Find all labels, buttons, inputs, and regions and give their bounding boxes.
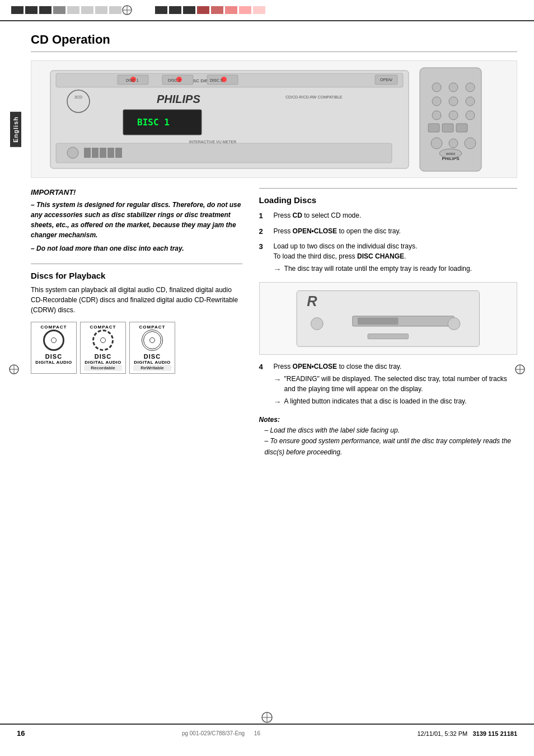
important-text: – This system is designed for regular di… — [31, 200, 242, 253]
disc-cdrw-hole — [149, 337, 155, 343]
svg-point-37 — [466, 97, 475, 106]
doc-id-text: pg 001-029/C788/37-Eng — [182, 730, 245, 736]
disc-cdr-circle — [92, 330, 114, 351]
step-1-number: 1 — [259, 210, 268, 222]
loading-discs-title: Loading Discs — [259, 195, 517, 205]
svg-text:woox: woox — [445, 152, 455, 156]
step-3: 3 Load up to two discs on the individual… — [259, 241, 517, 275]
important-point-2: – Do not load more than one disc into ea… — [31, 243, 242, 253]
arrow-icon-4b: → — [274, 396, 282, 408]
svg-rect-30 — [115, 148, 122, 158]
left-margin-crosshair — [8, 364, 20, 377]
disc-cd-top-label: COMPACT — [35, 325, 73, 330]
svg-point-33 — [449, 83, 458, 92]
svg-text:PHILIPS: PHILIPS — [157, 93, 200, 105]
bar-block-r6 — [225, 6, 237, 14]
bar-block-4 — [53, 6, 65, 14]
important-title: IMPORTANT! — [31, 188, 242, 196]
disc-icon-cdr: COMPACT disc DIGITAL AUDIO Recordable — [80, 322, 126, 374]
left-column: IMPORTANT! – This system is designed for… — [31, 188, 242, 458]
top-bar-left-blocks — [11, 6, 121, 14]
svg-rect-42 — [442, 124, 453, 132]
svg-rect-29 — [107, 148, 114, 158]
top-decorative-bar — [0, 0, 534, 21]
right-margin-crosshair-icon — [514, 364, 526, 375]
disc-icon-cdrw: COMPACT disc DIGITAL AUDIO ReWritable — [129, 322, 175, 374]
bar-block-r7 — [239, 6, 251, 14]
step-4-arrow-2: → A lighted button indicates that a disc… — [274, 396, 517, 408]
step-4-open-close-label: OPEN•CLOSE — [293, 363, 338, 370]
notes-title: Notes: — [259, 416, 280, 424]
note-2: – To ensure good system performance, wai… — [265, 436, 517, 457]
svg-point-54 — [311, 317, 323, 330]
important-section: IMPORTANT! – This system is designed for… — [31, 188, 242, 253]
bar-block-1 — [11, 6, 24, 14]
page-number: 16 — [17, 729, 25, 738]
svg-point-32 — [432, 83, 441, 92]
loading-discs-section: Loading Discs 1 Press CD to select CD mo… — [259, 188, 517, 458]
step-2-open-close-label: OPEN•CLOSE — [293, 227, 338, 235]
svg-text:R: R — [307, 293, 317, 308]
disc-cdrw-main-label: disc — [133, 353, 171, 360]
step-2: 2 Press OPEN•CLOSE to open the disc tray… — [259, 226, 517, 237]
svg-text:DISC 3: DISC 3 — [210, 78, 223, 82]
step-2-number: 2 — [259, 226, 268, 237]
bar-block-7 — [95, 6, 107, 14]
disc-icon-cd: COMPACT disc DIGITAL AUDIO — [31, 322, 77, 374]
doc-id: pg 001-029/C788/37-Eng 16 — [182, 730, 260, 736]
bar-block-r1 — [155, 6, 167, 14]
arrow-icon-4a: → — [274, 374, 282, 394]
svg-point-34 — [466, 83, 475, 92]
step-3-arrow: → The disc tray will rotate until the em… — [274, 264, 472, 275]
svg-rect-56 — [368, 334, 409, 339]
disc-cdr-main-label: disc — [84, 353, 122, 360]
language-tab: English — [10, 112, 21, 147]
bar-block-2 — [25, 6, 38, 14]
bottom-crosshair — [261, 711, 273, 725]
disc-cdrw-circle — [142, 330, 163, 351]
disc-cd-bottom-label: DIGITAL AUDIO — [35, 360, 73, 365]
svg-point-55 — [448, 317, 460, 330]
bar-block-r4 — [197, 6, 209, 14]
svg-rect-53 — [358, 317, 399, 325]
right-margin-crosshair — [514, 364, 526, 377]
bar-block-r5 — [211, 6, 223, 14]
important-point-1: – This system is designed for regular di… — [31, 200, 242, 240]
tray-illustration: R — [279, 288, 498, 349]
step-3-number: 3 — [259, 241, 268, 275]
disc-cdrw-bottom-label: DIGITAL AUDIO — [133, 360, 171, 365]
device-image: 2 DISC DIRECT PLAY DISC 1 DISC 2 DISC 3 … — [31, 60, 517, 178]
discs-for-playback-section: Discs for Playback This system can playb… — [31, 264, 242, 374]
notes-section: Notes: – Load the discs with the label s… — [259, 415, 517, 458]
svg-text:3CD: 3CD — [74, 95, 82, 99]
svg-point-35 — [432, 97, 441, 106]
svg-point-45 — [449, 139, 458, 148]
step-2-content: Press OPEN•CLOSE to open the disc tray. — [274, 226, 401, 237]
svg-text:BISC 1: BISC 1 — [137, 117, 170, 128]
bar-block-r8 — [253, 6, 265, 14]
bar-block-3 — [39, 6, 51, 14]
svg-text:DISC 2: DISC 2 — [168, 78, 181, 82]
doc-page-text: 16 — [254, 730, 260, 736]
barcode-text: 3139 115 21181 — [472, 730, 517, 737]
bottom-bar: 16 pg 001-029/C788/37-Eng 16 12/11/01, 5… — [0, 724, 534, 742]
left-margin-crosshair-icon — [8, 364, 20, 375]
timestamp-text: 12/11/01, 5:32 PM — [417, 730, 467, 737]
bottom-crosshair-icon — [261, 711, 273, 724]
steps-list: 1 Press CD to select CD mode. 2 Press OP… — [259, 210, 517, 275]
step-3-arrow-text: The disc tray will rotate until the empt… — [284, 264, 472, 275]
top-bar-right-blocks — [155, 6, 265, 14]
step-4: 4 Press OPEN•CLOSE to close the disc tra… — [259, 361, 517, 408]
step-4-arrow-1: → "READING" will be displayed. The selec… — [274, 374, 517, 394]
disc-cdrw-extra-label: ReWritable — [133, 365, 171, 371]
bar-block-6 — [81, 6, 93, 14]
svg-rect-27 — [92, 148, 99, 158]
stereo-illustration: 2 DISC DIRECT PLAY DISC 1 DISC 2 DISC 3 … — [45, 65, 504, 174]
disc-cd-circle — [43, 330, 64, 351]
step-1: 1 Press CD to select CD mode. — [259, 210, 517, 222]
disc-cdr-extra-label: Recordable — [84, 365, 122, 371]
step-4-number: 4 — [259, 361, 268, 408]
steps-list-continued: 4 Press OPEN•CLOSE to close the disc tra… — [259, 361, 517, 408]
right-column: Loading Discs 1 Press CD to select CD mo… — [259, 188, 517, 458]
svg-point-39 — [449, 111, 458, 120]
